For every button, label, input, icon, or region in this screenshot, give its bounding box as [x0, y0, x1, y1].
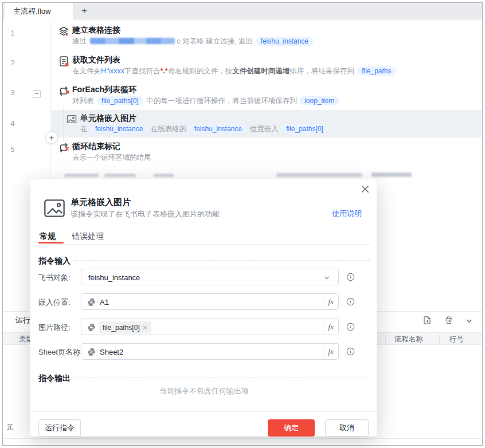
instruction-config-dialog: 单元格嵌入图片 该指令实现了在飞书电子表格嵌入图片的功能 使用说明 常规 错误处…	[30, 179, 377, 437]
variable-chip[interactable]: feishu_instance	[91, 124, 147, 133]
info-icon[interactable]	[346, 273, 355, 281]
redacted-text	[90, 38, 175, 44]
input-section-title: 指令输入	[38, 256, 71, 266]
info-icon[interactable]	[346, 347, 355, 356]
text-segment: H:\xxxx	[101, 67, 124, 75]
dialog-subtitle: 该指令实现了在飞书电子表格嵌入图片的功能	[71, 209, 220, 219]
step-description: 在 feishu_instance 在线表格的 feishu_instance …	[80, 124, 329, 134]
text-segment: 对列表	[72, 97, 96, 105]
text-segment: 在	[80, 125, 89, 133]
tab-main-flow[interactable]: 主流程.flow	[5, 3, 73, 20]
step-title[interactable]: 获取文件列表	[72, 55, 120, 65]
step-number: 5	[8, 145, 17, 154]
output-empty-text: 当前指令不包含任何输出项	[30, 386, 378, 396]
python-icon	[87, 298, 96, 306]
step-title[interactable]: 循环结束标记	[72, 142, 120, 152]
cancel-button[interactable]: 取消	[325, 419, 369, 437]
output-section-title: 指令输出	[38, 374, 71, 384]
field-label: Sheet页名称:	[38, 347, 83, 357]
chevron-down-icon	[323, 274, 330, 281]
step-title[interactable]: 建立表格连接	[72, 25, 120, 36]
clipped-step-text	[276, 173, 362, 177]
step-description: 对列表 file_paths[0] 中的每一项进行循环操作，将当前循环项保存到 …	[72, 96, 340, 106]
step-description: 表示一个循环区域的结尾	[72, 153, 151, 163]
panel-bottom-divider	[3, 438, 482, 439]
variable-chip[interactable]: file_paths[0]	[281, 124, 328, 133]
tab-error-handling[interactable]: 错误处理	[72, 231, 104, 242]
loop-icon	[58, 86, 69, 96]
clipped-step-text	[371, 172, 412, 177]
text-segment: c 对表格 建立连接, 返回	[177, 37, 255, 45]
text-segment: 通过	[72, 37, 88, 45]
section-dashed-divider	[74, 260, 370, 261]
input-value: A1	[100, 298, 109, 306]
confirm-button[interactable]: 确定	[268, 419, 315, 437]
run-instruction-button[interactable]: 运行指令	[38, 419, 81, 437]
text-segment: 在文件夹	[72, 67, 101, 75]
variable-chip[interactable]: feishu_instance	[190, 124, 247, 133]
text-segment: 下查找符合	[124, 67, 161, 75]
collapse-panel-icon[interactable]	[466, 317, 473, 325]
flow-tab-bar	[3, 3, 482, 19]
image-icon	[67, 115, 77, 124]
info-icon[interactable]	[346, 323, 355, 331]
tab-general[interactable]: 常规	[40, 231, 56, 242]
step-title[interactable]: 单元格嵌入图片	[80, 113, 136, 124]
step-number: 3	[8, 88, 17, 97]
new-tab-button[interactable]: +	[77, 3, 92, 18]
bottom-left-clipped-text: 元	[6, 422, 14, 433]
loop-indent-guide	[63, 108, 64, 141]
export-log-icon[interactable]	[423, 316, 432, 325]
python-icon	[87, 348, 96, 356]
column-header-line-no: 行号	[449, 335, 464, 344]
tabs-divider	[38, 244, 370, 245]
image-path-input[interactable]: file_paths[0] fx	[81, 319, 339, 335]
step-title[interactable]: ForEach列表循环	[72, 85, 136, 95]
field-label: 图片路径:	[38, 323, 71, 333]
app-root: 主流程.flow + 1 建立表格连接 通过 c 对表格 建立连接, 返回 fe…	[0, 0, 485, 448]
step-number: 2	[8, 58, 17, 67]
remove-chip-icon[interactable]	[143, 325, 147, 330]
variable-chip[interactable]: loop_item	[300, 96, 339, 105]
close-icon[interactable]	[361, 184, 370, 194]
fx-expression-button[interactable]: fx	[323, 319, 338, 335]
help-link[interactable]: 使用说明	[332, 209, 362, 219]
clipped-step-text	[64, 174, 99, 177]
dialog-title: 单元格嵌入图片	[71, 197, 131, 208]
column-divider	[439, 335, 440, 343]
text-segment: 排序，将结果保存到	[290, 67, 356, 75]
variable-chip[interactable]: file_paths[0]	[97, 96, 143, 105]
dialog-image-icon	[43, 198, 66, 218]
value-chip[interactable]: file_paths[0]	[99, 321, 151, 333]
fx-expression-button[interactable]: fx	[323, 294, 338, 309]
step-description: 在文件夹H:\xxxx下查找符合*.*命名规则的文件，按文件创建时间递增排序，将…	[72, 66, 397, 76]
step-number: 4	[8, 119, 17, 128]
variable-chip[interactable]: file_paths	[357, 66, 396, 76]
text-segment: 命名规则的文件，按	[168, 67, 233, 75]
sheet-name-input[interactable]: Sheet2 fx	[81, 343, 339, 360]
text-segment: 中的每一项进行循环操作，将当前循环项保存到	[144, 97, 299, 105]
embed-position-input[interactable]: A1 fx	[81, 293, 339, 310]
step-number: 1	[8, 29, 17, 37]
fx-expression-button[interactable]: fx	[323, 344, 338, 359]
layers-icon	[58, 26, 69, 37]
input-value: Sheet2	[100, 348, 123, 356]
clear-log-icon[interactable]	[444, 316, 453, 325]
field-label: 飞书对象:	[38, 273, 71, 283]
step-description: 通过 c 对表格 建立连接, 返回 feishu_instance	[72, 37, 314, 46]
add-step-button[interactable]: +	[45, 131, 58, 144]
python-icon	[87, 323, 96, 332]
run-panel-title: 运行	[15, 315, 30, 325]
collapse-loop-button[interactable]: −	[33, 90, 41, 98]
feishu-object-select[interactable]: feishu_instance	[81, 269, 339, 285]
column-divider	[385, 335, 386, 343]
select-value: feishu_instance	[88, 273, 140, 282]
tab-label: 主流程.flow	[13, 6, 51, 17]
clipped-step-text	[104, 174, 136, 177]
text-segment: *.*	[160, 67, 167, 75]
variable-chip[interactable]: feishu_instance	[256, 37, 313, 46]
info-icon[interactable]	[346, 297, 355, 306]
column-header-flow-name: 流程名称	[394, 335, 423, 344]
loop-end-icon	[58, 143, 69, 153]
chip-label: file_paths[0]	[103, 324, 140, 332]
